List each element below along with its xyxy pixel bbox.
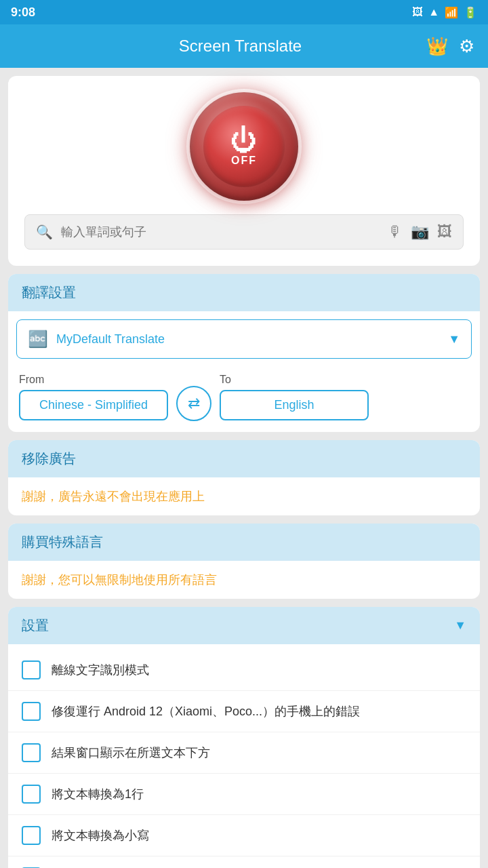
main-content: ⏻ OFF 🔍 🎙 📷 🖼 翻譯設置 🔤 MyDefault Translate…	[0, 68, 488, 868]
swap-icon: ⇄	[188, 395, 200, 412]
app-title: Screen Translate	[54, 37, 426, 56]
buy-language-section: 購買特殊語言 謝謝，您可以無限制地使用所有語言	[8, 524, 480, 599]
checkbox-4[interactable]	[22, 826, 41, 845]
power-button-inner: ⏻ OFF	[203, 106, 285, 187]
checkbox-0[interactable]	[22, 660, 41, 679]
gallery-icon[interactable]: 🖼	[437, 223, 452, 241]
translate-dropdown[interactable]: 🔤 MyDefault Translate ▼	[16, 319, 472, 359]
power-button[interactable]: ⏻ OFF	[190, 92, 298, 201]
settings-section: 設置 ▼ 離線文字識別模式修復運行 Android 12（Xiaomi、Poco…	[8, 607, 480, 868]
signal-icon: 📶	[445, 6, 458, 19]
checkbox-label-0: 離線文字識別模式	[52, 662, 149, 678]
power-state-text: OFF	[231, 155, 257, 167]
to-language-button[interactable]: English	[220, 390, 369, 420]
wifi-icon: ▲	[428, 6, 439, 18]
search-icon: 🔍	[36, 224, 53, 240]
checkbox-2[interactable]	[22, 743, 41, 762]
buy-section-title: 購買特殊語言	[22, 533, 103, 551]
from-label: From	[19, 374, 168, 386]
search-input[interactable]	[61, 225, 380, 239]
settings-dropdown-arrow-icon: ▼	[454, 618, 466, 633]
settings-section-header[interactable]: 設置 ▼	[8, 607, 480, 644]
translate-dropdown-label: MyDefault Translate	[56, 332, 440, 347]
photo-status-icon: 🖼	[412, 6, 423, 18]
status-bar: 9:08 🖼 ▲ 📶 🔋	[0, 0, 488, 24]
mic-icon[interactable]: 🎙	[388, 223, 403, 241]
translate-dropdown-icon: 🔤	[28, 330, 48, 349]
search-bar-actions: 🎙 📷 🖼	[388, 223, 452, 241]
ad-remove-section: 移除廣告 謝謝，廣告永遠不會出現在應用上	[8, 440, 480, 515]
checkbox-label-2: 結果窗口顯示在所選文本下方	[52, 745, 210, 761]
from-language-group: From Chinese - Simplified	[19, 374, 168, 420]
translate-section-title: 翻譯設置	[22, 283, 76, 302]
ad-section-header: 移除廣告	[8, 440, 480, 477]
checkbox-item: 垂直文本	[8, 856, 480, 868]
translate-section-header: 翻譯設置	[8, 274, 480, 311]
translate-settings-section: 翻譯設置 🔤 MyDefault Translate ▼ From Chines…	[8, 274, 480, 432]
buy-content: 謝謝，您可以無限制地使用所有語言	[8, 561, 480, 599]
settings-content: 離線文字識別模式修復運行 Android 12（Xiaomi、Poco...）的…	[8, 644, 480, 868]
settings-icon[interactable]: ⚙	[459, 36, 474, 57]
camera-icon[interactable]: 📷	[411, 223, 429, 241]
checkbox-label-4: 將文本轉換為小寫	[52, 827, 149, 844]
checkbox-label-3: 將文本轉換為1行	[52, 786, 144, 802]
language-row: From Chinese - Simplified ⇄ To English	[8, 367, 480, 432]
settings-section-title: 設置	[22, 616, 49, 635]
swap-language-button[interactable]: ⇄	[176, 386, 211, 421]
app-bar: Screen Translate 👑 ⚙	[0, 24, 488, 68]
checkbox-item: 將文本轉換為1行	[8, 774, 480, 815]
battery-icon: 🔋	[464, 6, 477, 19]
checkbox-3[interactable]	[22, 785, 41, 804]
power-button-container: ⏻ OFF	[190, 92, 298, 201]
checkbox-item: 結果窗口顯示在所選文本下方	[8, 732, 480, 774]
status-time: 9:08	[11, 5, 35, 20]
checkbox-label-1: 修復運行 Android 12（Xiaomi、Poco...）的手機上的錯誤	[52, 703, 360, 719]
crown-icon[interactable]: 👑	[426, 36, 448, 57]
ad-content: 謝謝，廣告永遠不會出現在應用上	[8, 477, 480, 515]
to-label: To	[220, 374, 369, 386]
to-language-group: To English	[220, 374, 369, 420]
from-language-button[interactable]: Chinese - Simplified	[19, 390, 168, 420]
app-bar-icons: 👑 ⚙	[426, 36, 474, 57]
power-symbol: ⏻	[230, 126, 258, 153]
buy-section-header: 購買特殊語言	[8, 524, 480, 561]
search-bar[interactable]: 🔍 🎙 📷 🖼	[24, 214, 464, 250]
checkbox-item: 將文本轉換為小寫	[8, 815, 480, 856]
power-card: ⏻ OFF 🔍 🎙 📷 🖼	[8, 76, 480, 266]
checkbox-item: 修復運行 Android 12（Xiaomi、Poco...）的手機上的錯誤	[8, 691, 480, 732]
ad-section-title: 移除廣告	[22, 450, 76, 468]
checkbox-item: 離線文字識別模式	[8, 650, 480, 691]
checkbox-1[interactable]	[22, 702, 41, 721]
status-icons: 🖼 ▲ 📶 🔋	[412, 6, 477, 19]
dropdown-arrow-icon: ▼	[448, 332, 460, 347]
